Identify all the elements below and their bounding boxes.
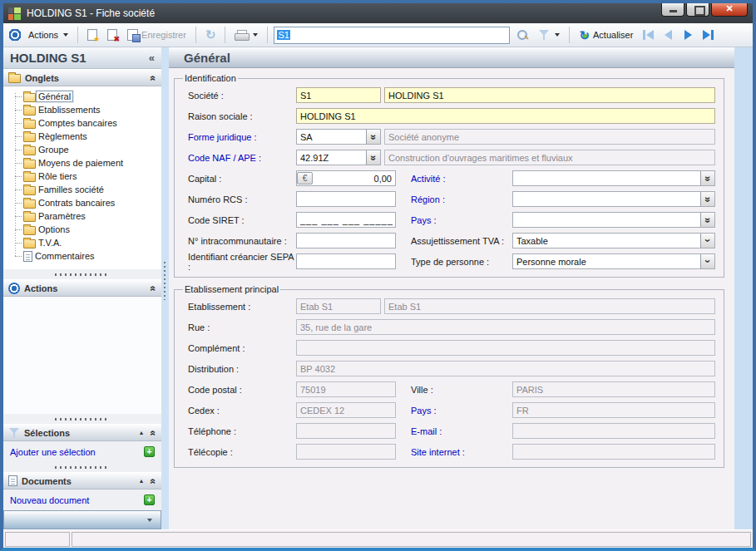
- site-internet-field: [512, 444, 715, 460]
- chevron-down-icon: [63, 33, 68, 37]
- forme-juridique-label[interactable]: Forme juridique :: [188, 132, 296, 142]
- site-internet-label[interactable]: Site internet :: [411, 447, 512, 457]
- pays-etab-label[interactable]: Pays :: [411, 406, 512, 416]
- sidebar-item-familles-societe[interactable]: Familles société: [8, 183, 161, 196]
- toolbar-separator: [77, 27, 78, 43]
- scroll-up-icon[interactable]: ▲: [138, 430, 144, 435]
- window-title: HOLDING S1 - Fiche société: [27, 7, 155, 19]
- filter-button[interactable]: [535, 27, 563, 42]
- collapse-sidebar-icon[interactable]: «: [149, 52, 155, 64]
- scroll-up-icon[interactable]: ▲: [138, 478, 144, 484]
- app-icon: [8, 7, 21, 20]
- activite-label[interactable]: Activité :: [411, 174, 512, 184]
- pays-field[interactable]: [512, 212, 715, 228]
- sidebar-splitter[interactable]: [161, 47, 169, 529]
- new-page-icon: [87, 29, 97, 41]
- sidebar-item-parametres[interactable]: Paramètres: [8, 209, 161, 223]
- document-icon: [8, 475, 17, 486]
- activite-field[interactable]: [512, 170, 715, 186]
- page-title-label: Général: [184, 51, 230, 65]
- identifiant-sepa-field[interactable]: [296, 253, 396, 269]
- collapse-panel-icon[interactable]: «: [148, 75, 160, 81]
- telephone-field: [296, 423, 396, 439]
- currency-button[interactable]: €: [297, 172, 313, 184]
- actualiser-button[interactable]: ↻ Actualiser: [576, 27, 636, 43]
- numero-rcs-field[interactable]: [296, 191, 396, 207]
- maximize-button[interactable]: [686, 2, 709, 17]
- sidebar-item-label: Groupe: [36, 145, 72, 155]
- panel-splitter-handle[interactable]: [3, 414, 161, 424]
- search-input[interactable]: S1: [274, 27, 510, 44]
- panel-header-actions[interactable]: Actions «: [3, 279, 161, 297]
- search-button[interactable]: [513, 27, 531, 42]
- code-siret-field[interactable]: ___ ___ ___ _____: [296, 212, 396, 228]
- intracommunautaire-field[interactable]: [296, 233, 396, 248]
- code-naf-label[interactable]: Code NAF / APE :: [188, 153, 296, 163]
- close-button[interactable]: [711, 2, 748, 17]
- new-document-link[interactable]: Nouveau document: [10, 495, 89, 505]
- panel-splitter-handle[interactable]: [3, 269, 161, 279]
- lookup-chevron-icon[interactable]: [700, 171, 714, 185]
- save-button[interactable]: Enregistrer: [124, 27, 190, 42]
- code-naf-combo[interactable]: 42.91Z: [296, 150, 381, 165]
- societe-name-field[interactable]: HOLDING S1: [384, 87, 715, 103]
- dropdown-chevron-icon[interactable]: [700, 254, 714, 268]
- sidebar-item-contrats-bancaires[interactable]: Contrats bancaires: [8, 196, 161, 209]
- collapse-panel-icon[interactable]: «: [148, 285, 160, 291]
- dropdown-chevron-icon[interactable]: [700, 234, 714, 248]
- add-selection-plus-button[interactable]: [144, 446, 155, 457]
- nav-next-button[interactable]: [679, 27, 696, 42]
- new-button[interactable]: [84, 27, 101, 42]
- sidebar-item-comptes-bancaires[interactable]: Comptes bancaires: [8, 116, 161, 130]
- panel-header-onglets[interactable]: Onglets «: [3, 69, 161, 86]
- type-personne-select[interactable]: Personne morale: [512, 253, 715, 269]
- panel-header-documents[interactable]: Documents ▲ «: [3, 472, 161, 490]
- panel-splitter-handle[interactable]: [3, 462, 161, 472]
- collapse-panel-icon[interactable]: «: [148, 478, 160, 484]
- assujettissement-tva-select[interactable]: Taxable: [512, 233, 715, 248]
- sidebar-item-etablissements[interactable]: Etablissements: [8, 103, 161, 116]
- sidebar-item-options[interactable]: Options: [8, 223, 161, 236]
- panel-header-selections[interactable]: Sélections ▲ «: [3, 424, 161, 441]
- refresh-button[interactable]: ↻: [202, 27, 220, 42]
- sidebar-item-commentaires[interactable]: Commentaires: [8, 249, 161, 263]
- nav-previous-button[interactable]: [660, 27, 676, 42]
- actualiser-label: Actualiser: [593, 30, 633, 40]
- print-button[interactable]: [231, 28, 261, 42]
- nav-last-button[interactable]: [699, 27, 716, 42]
- telecopie-field: [296, 444, 396, 460]
- status-cell-main: [72, 532, 751, 547]
- raison-sociale-field[interactable]: HOLDING S1: [296, 108, 715, 124]
- new-document-plus-button[interactable]: [144, 494, 155, 505]
- collapse-panel-icon[interactable]: «: [148, 430, 160, 435]
- capital-label: Capital :: [188, 174, 296, 184]
- capital-field[interactable]: € 0,00: [296, 170, 396, 186]
- lookup-chevron-icon[interactable]: [700, 213, 714, 227]
- sidebar-item-tva[interactable]: T.V.A.: [8, 236, 161, 249]
- societe-code-field[interactable]: S1: [296, 87, 381, 103]
- add-selection-link[interactable]: Ajouter une sélection: [10, 447, 96, 457]
- document-icon: [23, 251, 32, 262]
- sidebar-item-moyens-de-paiement[interactable]: Moyens de paiement: [8, 156, 161, 170]
- region-label[interactable]: Région :: [411, 194, 512, 204]
- email-label[interactable]: E-mail :: [411, 426, 512, 436]
- minimize-button[interactable]: [661, 2, 684, 17]
- printer-icon: [235, 30, 248, 41]
- nav-first-button[interactable]: [640, 27, 656, 42]
- chevron-down-icon: [147, 519, 152, 522]
- sidebar-item-role-tiers[interactable]: Rôle tiers: [8, 170, 161, 183]
- sidebar-item-general[interactable]: Général: [8, 90, 161, 103]
- app-window: HOLDING S1 - Fiche société Actions Enreg…: [0, 0, 756, 551]
- lookup-chevron-icon[interactable]: [366, 150, 380, 165]
- lookup-chevron-icon[interactable]: [700, 192, 714, 206]
- forme-juridique-combo[interactable]: SA: [296, 129, 381, 145]
- region-field[interactable]: [512, 191, 715, 207]
- lookup-chevron-icon[interactable]: [366, 130, 380, 144]
- sidebar-item-reglements[interactable]: Règlements: [8, 130, 161, 143]
- delete-button[interactable]: [104, 27, 121, 42]
- actions-menu-button[interactable]: Actions: [25, 28, 72, 42]
- add-selection-row: Ajouter une sélection: [3, 441, 161, 462]
- sidebar-overflow-bar[interactable]: [3, 510, 161, 529]
- sidebar-item-groupe[interactable]: Groupe: [8, 143, 161, 156]
- pays-label[interactable]: Pays :: [411, 215, 512, 225]
